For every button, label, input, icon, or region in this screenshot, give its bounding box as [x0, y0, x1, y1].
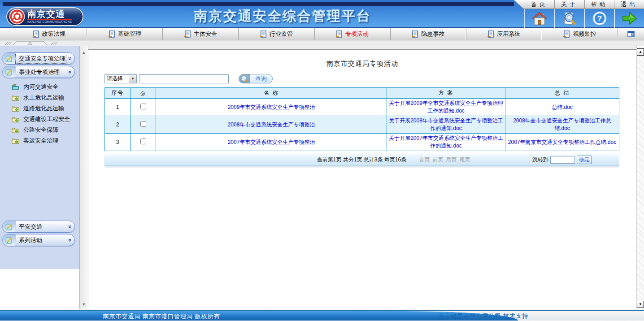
plan-doc-link[interactable]: 关于开展2007年市交通系统安全生产专项整治工作的通知.doc: [389, 135, 503, 149]
jump-zone: 跳转到 确定: [532, 156, 592, 164]
row-index: 2: [105, 116, 131, 134]
filter-select[interactable]: 请选择: [104, 74, 137, 83]
header-plan: 方 案: [387, 88, 505, 99]
notepad-icon: [3, 221, 16, 232]
doc-icon: [336, 30, 342, 38]
row-checkbox[interactable]: [140, 139, 146, 144]
doc-icon: [412, 30, 418, 38]
tab-special-activities[interactable]: 专项活动: [315, 28, 391, 40]
tab-hazard-accidents[interactable]: 隐患事故: [391, 28, 466, 40]
quick-links-bar: 首页 关于 帮助 退出: [514, 0, 644, 9]
doc-icon: [487, 30, 494, 38]
activity-name-link[interactable]: 2008年市交通系统安全生产专项整治: [228, 121, 315, 128]
jump-page-input[interactable]: [550, 156, 575, 164]
tab-label: 隐患事故: [421, 30, 444, 38]
pager-links: 首页 前页 后页 尾页: [419, 156, 470, 164]
jump-label: 跳转到: [532, 156, 548, 164]
scroll-down-icon[interactable]: [637, 301, 644, 308]
sidebar-item-label: 交通建设工程安全: [23, 115, 70, 123]
logo: 南京交通 NANJING COMMUNICATIONS: [6, 7, 83, 26]
tab-video-monitoring[interactable]: 视频监控: [542, 28, 618, 40]
sidebar-item-inland-river-safety[interactable]: 内河交通安全: [12, 82, 79, 92]
sidebar-item-construction-safety[interactable]: 交通建设工程安全: [12, 114, 79, 125]
sidebar-group-label: 事业处专项治理: [16, 68, 65, 76]
dropdown-arrow-icon[interactable]: [129, 75, 136, 83]
home-button[interactable]: [524, 9, 554, 28]
tab-subject-safety[interactable]: 主体安全: [163, 28, 239, 40]
footer-divider-line: [0, 310, 644, 311]
folder-icon: [12, 95, 19, 101]
summary-doc-link[interactable]: 2008年全市交通安全生产专项整治工作总结.doc: [513, 117, 611, 131]
quicklink-exit[interactable]: 退出: [614, 0, 644, 9]
exit-button[interactable]: [614, 9, 644, 28]
row-checkbox[interactable]: [140, 104, 146, 109]
content-scrollbar[interactable]: [636, 46, 644, 309]
tab-label: 应用系统: [497, 30, 520, 38]
magnifier-icon: [239, 74, 250, 83]
folder-icon: [12, 127, 19, 133]
sidebar-scrollbar[interactable]: [80, 46, 88, 309]
summary-doc-link[interactable]: 2007年南京市交通安全专项整治工作总结.doc: [508, 139, 616, 145]
doc-icon: [184, 30, 191, 38]
header-index: 序号: [105, 88, 131, 99]
page: 南京交通 NANJING COMMUNICATIONS 南京交通安全综合管理平台…: [0, 0, 644, 321]
activity-name-link[interactable]: 2009年市交通系统安全生产专项整治: [228, 104, 315, 110]
quicklink-home[interactable]: 首页: [525, 0, 554, 9]
search-bar: 请选择 查询: [104, 74, 636, 83]
pager-next[interactable]: 后页: [446, 156, 457, 164]
footer-copyright: 南京市交通局 南京市港口管理局 版权所有: [0, 312, 323, 321]
tab-industry-supervision[interactable]: 行业监管: [239, 28, 314, 40]
scroll-down-icon[interactable]: [81, 302, 87, 307]
plan-doc-link[interactable]: 关于开展2009年全市交通系统安全生产专项治理工作的通知.doc: [389, 100, 503, 114]
search-button[interactable]: 查询: [239, 74, 273, 83]
quicklink-help[interactable]: 帮助: [584, 0, 614, 9]
about-button[interactable]: [554, 9, 584, 28]
sidebar-group-division-special[interactable]: 事业处专项治理: [2, 66, 75, 78]
tab-basic-management[interactable]: 基础管理: [87, 28, 163, 40]
layout-toggle-button[interactable]: [618, 28, 644, 40]
main-nav: 政策法规 基础管理 主体安全 行业监管 专项活动 隐患事故 应用系统 视频监控: [0, 28, 644, 40]
sidebar-item-label: 内河交通安全: [23, 83, 58, 91]
pager-prev[interactable]: 前页: [433, 156, 444, 164]
sidebar-item-highway-safety[interactable]: 公路安全保障: [12, 125, 79, 135]
header: 南京交通 NANJING COMMUNICATIONS 南京交通安全综合管理平台…: [0, 0, 644, 28]
sidebar-group-traffic-safety-special[interactable]: 交通安全专项治理: [2, 52, 75, 65]
sidebar-item-passenger-safety[interactable]: 客运安全治理: [12, 135, 79, 146]
help-button[interactable]: ?: [584, 9, 614, 28]
tab-application-systems[interactable]: 应用系统: [466, 28, 542, 40]
chevron-down-icon: [67, 68, 74, 77]
row-checkbox[interactable]: [140, 121, 146, 127]
plan-doc-link[interactable]: 关于开展2008年市交通系统安全生产专项整治工作的通知.doc: [389, 117, 503, 131]
scroll-up-icon[interactable]: [81, 50, 87, 55]
help-icon: ?: [592, 11, 607, 26]
sidebar-item-label: 水上危化品运输: [23, 94, 64, 102]
search-input[interactable]: [139, 74, 229, 83]
header-select-all[interactable]: ◎: [131, 88, 156, 99]
footer-tech-support: 南京敏思科技有限公司 技术支持: [323, 312, 644, 320]
sidebar-group-series-activities[interactable]: 系列活动: [2, 234, 75, 246]
tab-label: 基础管理: [118, 30, 141, 38]
scroll-up-icon[interactable]: [637, 48, 644, 56]
chevron-down-icon: [67, 222, 74, 231]
header-name: 名 称: [156, 88, 387, 99]
activity-name-link[interactable]: 2007年市交通系统安全生产专项整治: [228, 139, 315, 145]
sidebar-item-water-hazmat-transport[interactable]: 水上危化品运输: [12, 92, 79, 103]
quicklink-about[interactable]: 关于: [554, 0, 584, 9]
header-summary: 总 结: [505, 88, 619, 99]
exit-icon: [622, 11, 638, 26]
table-row: 1 2009年市交通系统安全生产专项整治 关于开展2009年全市交通系统安全生产…: [105, 99, 619, 116]
confirm-button[interactable]: 确定: [577, 156, 592, 164]
summary-doc-link[interactable]: 总结.doc: [552, 104, 573, 110]
sidebar-item-road-hazmat-transport[interactable]: 道路危化品运输: [12, 103, 79, 114]
page-title: 南京市交通局专项活动: [88, 60, 636, 68]
search-button-label: 查询: [250, 75, 272, 83]
sidebar-item-label: 道路危化品运输: [23, 104, 64, 113]
sidebar-collapse-handle[interactable]: [0, 40, 644, 46]
pager-last[interactable]: 尾页: [460, 156, 470, 164]
chevron-down-icon: [67, 236, 74, 245]
tab-label: 视频监控: [573, 30, 596, 38]
pager-first[interactable]: 首页: [419, 156, 430, 164]
sidebar-group-safe-traffic[interactable]: 平安交通: [2, 221, 75, 233]
tab-policy[interactable]: 政策法规: [11, 28, 87, 40]
filter-select-value: 请选择: [105, 75, 129, 82]
